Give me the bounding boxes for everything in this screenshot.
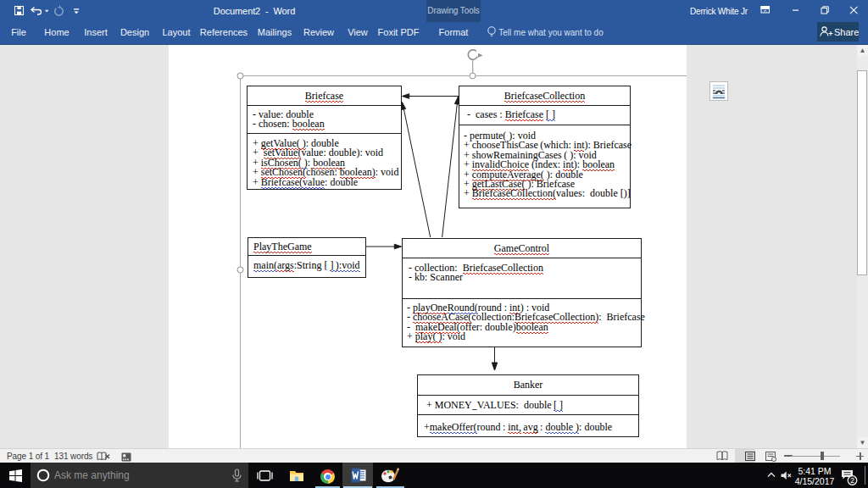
svg-text:Share: Share (834, 27, 859, 37)
svg-text:2: 2 (850, 476, 854, 485)
